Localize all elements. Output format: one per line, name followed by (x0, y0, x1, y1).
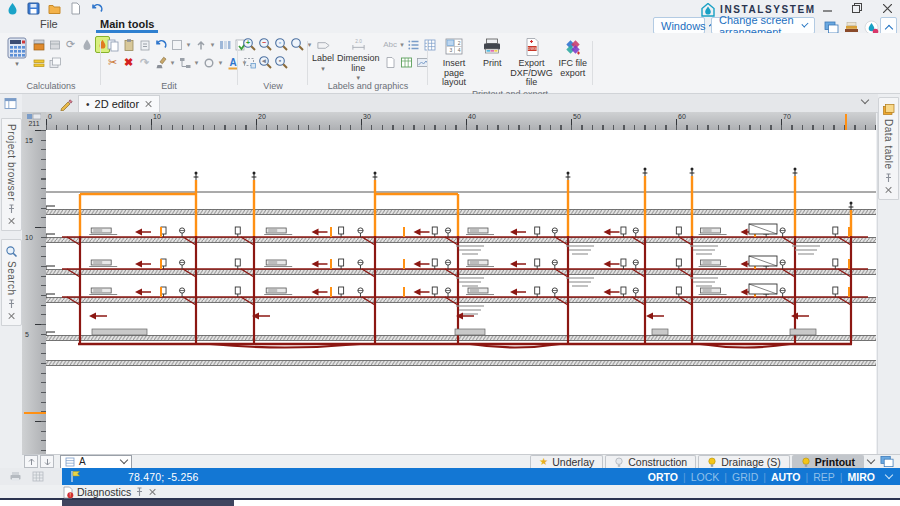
label-button[interactable]: Label ▾ (312, 37, 334, 71)
panels-icon[interactable] (4, 97, 17, 110)
tab-2d-editor[interactable]: • 2D editor (78, 95, 160, 112)
mode-miro[interactable]: MIRO (848, 471, 875, 483)
caret-icon[interactable]: ▾ (185, 37, 192, 52)
drawing-canvas[interactable] (46, 130, 876, 454)
instalsystem-logo-icon (700, 2, 715, 17)
storey-selector[interactable]: A (60, 455, 132, 469)
dock-tab-project-browser[interactable]: Project browser (1, 118, 22, 231)
horizontal-ruler[interactable]: 010203040506070 (46, 112, 876, 131)
refresh-icon[interactable]: ⟳ (63, 37, 78, 52)
close-button[interactable] (876, 1, 898, 15)
pin-icon[interactable] (7, 204, 16, 214)
calc-box-icon[interactable] (31, 37, 46, 52)
menu-tab-file[interactable]: File (36, 18, 62, 30)
undo-icon[interactable] (153, 37, 168, 52)
copy-icon[interactable] (105, 37, 120, 52)
pin-icon[interactable] (884, 173, 893, 183)
zoom-all-icon[interactable]: ▪ (274, 55, 289, 70)
printer-mini-icon[interactable] (8, 469, 23, 484)
layer-tabs-chevron[interactable] (867, 456, 875, 464)
grid-mini-icon[interactable] (30, 469, 45, 484)
new-file-icon[interactable] (69, 2, 82, 15)
paste-icon[interactable] (121, 37, 136, 52)
close-icon[interactable] (8, 312, 16, 320)
layer-tab-drainage-s[interactable]: Drainage (S) (698, 455, 790, 469)
caret-icon[interactable]: ▾ (217, 55, 224, 70)
delete-icon[interactable]: ✖ (121, 55, 136, 70)
equals-icon[interactable] (31, 55, 46, 70)
zoom-out-icon[interactable]: − (258, 37, 273, 52)
calc-gray-icon[interactable] (47, 37, 62, 52)
caret-icon[interactable]: ▾ (169, 55, 176, 70)
page-small-icon[interactable] (383, 55, 398, 70)
zoom-sel-icon[interactable] (290, 37, 305, 52)
calculations-main-button[interactable]: ▾ (6, 37, 28, 66)
close-icon[interactable] (8, 217, 16, 225)
storey-down-button[interactable] (40, 455, 54, 468)
close-icon[interactable] (885, 186, 893, 194)
new-view-icon[interactable] (880, 456, 894, 468)
caret-icon[interactable]: ▾ (399, 37, 406, 52)
zoom-area-icon[interactable]: ▫ (274, 37, 289, 52)
columns-icon[interactable] (217, 37, 232, 52)
dock-tab-search[interactable]: Search (1, 239, 22, 326)
mode-lock[interactable]: LOCK (691, 471, 720, 483)
close-tab-icon[interactable] (144, 100, 152, 108)
layer-tab-construction[interactable]: Construction (605, 455, 696, 469)
pin-icon[interactable] (7, 299, 16, 309)
dimension-line-button[interactable]: 2.0 Dimension line ▾ (337, 37, 380, 80)
h-ruler-label: 60 (678, 113, 686, 120)
caret-icon[interactable]: ▾ (209, 37, 216, 52)
brush-icon[interactable] (153, 55, 168, 70)
redo-icon[interactable]: ↷ (137, 55, 152, 70)
mode-grid[interactable]: GRID (732, 471, 758, 483)
menu-tab-main-tools[interactable]: Main tools (96, 18, 158, 30)
undo-icon[interactable] (90, 2, 103, 15)
mode-orto[interactable]: ORTO (648, 471, 678, 483)
save-icon[interactable] (27, 2, 40, 15)
zoom-prev-icon[interactable]: ◂ (258, 55, 273, 70)
abc-icon[interactable]: Abc (383, 37, 398, 52)
print-button[interactable]: Print (479, 37, 506, 69)
tab-overflow-chevron[interactable] (861, 96, 869, 104)
caret-icon[interactable]: ▾ (193, 55, 200, 70)
vertical-ruler[interactable]: 15105 (22, 130, 47, 454)
dock-tab-data-table[interactable]: Data table (878, 97, 899, 200)
storey-up-button[interactable] (24, 455, 38, 468)
pin-icon[interactable] (135, 487, 144, 497)
export-dxf-dwg-button[interactable]: DWG Export DXF/DWG file (509, 37, 555, 88)
cut-icon[interactable]: ✂ (105, 55, 120, 70)
open-icon[interactable] (48, 2, 61, 15)
tree-icon[interactable] (177, 55, 192, 70)
table-small-icon[interactable] (399, 55, 414, 70)
search-icon (5, 245, 18, 258)
mode-rep[interactable]: REP (813, 471, 835, 483)
layer-tab-underlay[interactable]: ★Underlay (530, 455, 603, 469)
minimize-button[interactable] (816, 1, 838, 15)
v-ruler-label: 15 (25, 137, 33, 144)
mode-auto[interactable]: AUTO (771, 471, 801, 483)
select-frame-icon[interactable] (242, 55, 257, 70)
modes-chevron[interactable] (885, 471, 893, 479)
frame-icon[interactable] (169, 37, 184, 52)
windows-dropdown[interactable]: Windows (653, 17, 705, 34)
v-ruler-label: 10 (25, 234, 33, 241)
h-ruler-label: 30 (363, 113, 371, 120)
zoom-in-icon[interactable]: + (242, 37, 257, 52)
layer-tab-printout[interactable]: Printout (792, 455, 864, 469)
restore-button[interactable] (846, 1, 868, 15)
insert-page-layout-button[interactable]: 234 Insert page layout (432, 37, 476, 88)
change-screen-arrangement-dropdown[interactable]: Change screen arrangement (711, 17, 815, 34)
svg-text:2: 2 (458, 40, 461, 46)
list-blue-icon[interactable] (407, 37, 422, 52)
diagnostics-selected-row[interactable] (62, 500, 234, 506)
sheets-icon[interactable] (47, 55, 62, 70)
app-drop-icon[interactable] (6, 2, 19, 15)
clipboard-icon[interactable] (137, 37, 152, 52)
ifc-export-button[interactable]: IFC file export (557, 37, 588, 78)
drop-gray-icon[interactable] (79, 37, 94, 52)
close-icon[interactable] (148, 488, 156, 496)
lift-icon[interactable] (193, 37, 208, 52)
dock-tab-diagnostics[interactable]: ! Diagnostics (62, 485, 156, 498)
node-icon[interactable] (201, 55, 216, 70)
